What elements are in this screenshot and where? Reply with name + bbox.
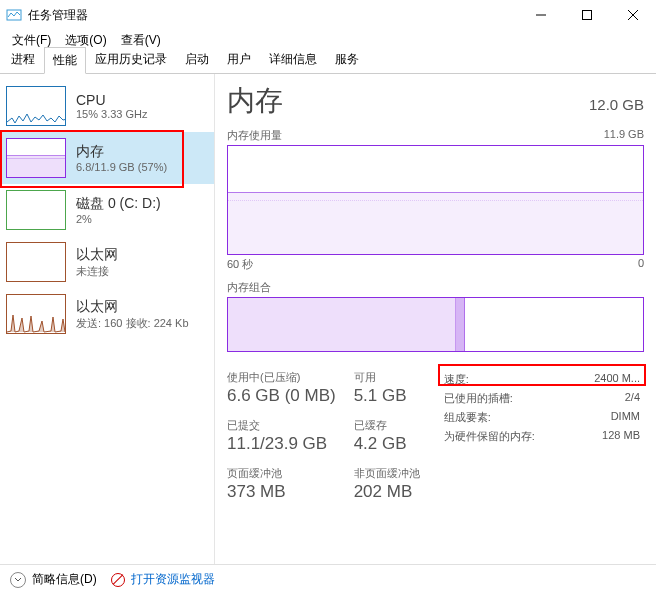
zero-label: 0 bbox=[638, 257, 644, 272]
sidebar-item-ethernet-1[interactable]: 以太网 发送: 160 接收: 224 Kb bbox=[0, 288, 214, 340]
usage-label: 内存使用量 bbox=[227, 128, 282, 143]
tab-services[interactable]: 服务 bbox=[326, 46, 368, 73]
stat-value: 373 MB bbox=[227, 482, 336, 502]
sidebar-item-sub: 15% 3.33 GHz bbox=[76, 108, 148, 120]
memory-usage-chart[interactable] bbox=[227, 145, 644, 255]
sidebar-item-memory[interactable]: 内存 6.8/11.9 GB (57%) bbox=[0, 132, 214, 184]
minimize-button[interactable] bbox=[518, 0, 564, 30]
spec-form-factor: 组成要素: DIMM bbox=[444, 408, 644, 427]
memory-mini-chart bbox=[6, 138, 66, 178]
ethernet-mini-chart bbox=[6, 242, 66, 282]
spec-key: 已使用的插槽: bbox=[444, 391, 544, 406]
sidebar-texts: CPU 15% 3.33 GHz bbox=[76, 92, 148, 120]
spec-speed: 速度: 2400 M... bbox=[444, 370, 644, 389]
stat-key: 使用中(已压缩) bbox=[227, 370, 336, 385]
stats-grid: 使用中(已压缩) 6.6 GB (0 MB) 已提交 11.1/23.9 GB … bbox=[227, 370, 644, 502]
titlebar: 任务管理器 bbox=[0, 0, 656, 30]
ethernet-mini-chart bbox=[6, 294, 66, 334]
spec-key: 为硬件保留的内存: bbox=[444, 429, 544, 444]
sidebar-texts: 以太网 未连接 bbox=[76, 246, 118, 279]
spec-value: 2400 M... bbox=[544, 372, 644, 387]
composition-chart-labels: 内存组合 bbox=[227, 280, 644, 295]
spec-key: 速度: bbox=[444, 372, 544, 387]
stat-key: 已提交 bbox=[227, 418, 336, 433]
detail-header: 内存 12.0 GB bbox=[227, 82, 644, 120]
close-button[interactable] bbox=[610, 0, 656, 30]
sidebar-texts: 内存 6.8/11.9 GB (57%) bbox=[76, 143, 167, 173]
sidebar-texts: 磁盘 0 (C: D:) 2% bbox=[76, 195, 161, 225]
sidebar-item-sub: 未连接 bbox=[76, 264, 118, 279]
app-icon bbox=[6, 7, 22, 23]
resource-monitor-icon bbox=[111, 573, 125, 587]
detail-pane: 内存 12.0 GB 内存使用量 11.9 GB 60 秒 0 内存组合 使用中… bbox=[215, 74, 656, 564]
stat-key: 非页面缓冲池 bbox=[354, 466, 420, 481]
cpu-mini-chart bbox=[6, 86, 66, 126]
time-span: 60 秒 bbox=[227, 257, 253, 272]
footer: 简略信息(D) 打开资源监视器 bbox=[0, 564, 656, 594]
sidebar-item-sub: 2% bbox=[76, 213, 161, 225]
usage-chart-labels: 内存使用量 11.9 GB bbox=[227, 128, 644, 143]
tab-performance[interactable]: 性能 bbox=[44, 47, 86, 74]
spec-slots: 已使用的插槽: 2/4 bbox=[444, 389, 644, 408]
detail-title: 内存 bbox=[227, 82, 283, 120]
sidebar-item-disk-0[interactable]: 磁盘 0 (C: D:) 2% bbox=[0, 184, 214, 236]
spec-key: 组成要素: bbox=[444, 410, 544, 425]
stat-cached: 已缓存 4.2 GB bbox=[354, 418, 420, 454]
main-row: CPU 15% 3.33 GHz 内存 6.8/11.9 GB (57%) 磁盘… bbox=[0, 74, 656, 564]
spec-hardware-reserved: 为硬件保留的内存: 128 MB bbox=[444, 427, 644, 446]
stats-col-2: 可用 5.1 GB 已缓存 4.2 GB 非页面缓冲池 202 MB bbox=[354, 370, 420, 502]
stat-key: 已缓存 bbox=[354, 418, 420, 433]
open-resource-monitor-link[interactable]: 打开资源监视器 bbox=[131, 571, 215, 588]
stat-nonpaged-pool: 非页面缓冲池 202 MB bbox=[354, 466, 420, 502]
window-buttons bbox=[518, 0, 656, 30]
stat-in-use: 使用中(已压缩) 6.6 GB (0 MB) bbox=[227, 370, 336, 406]
collapse-icon[interactable] bbox=[10, 572, 26, 588]
sidebar-item-label: CPU bbox=[76, 92, 148, 108]
svg-rect-2 bbox=[583, 11, 592, 20]
usage-chart-footer: 60 秒 0 bbox=[227, 257, 644, 272]
spec-column: 速度: 2400 M... 已使用的插槽: 2/4 组成要素: DIMM 为硬件… bbox=[444, 370, 644, 502]
disk-mini-chart bbox=[6, 190, 66, 230]
sidebar-item-label: 磁盘 0 (C: D:) bbox=[76, 195, 161, 213]
stats-col-1: 使用中(已压缩) 6.6 GB (0 MB) 已提交 11.1/23.9 GB … bbox=[227, 370, 336, 502]
spec-value: DIMM bbox=[544, 410, 644, 425]
stat-committed: 已提交 11.1/23.9 GB bbox=[227, 418, 336, 454]
sidebar-item-sub: 发送: 160 接收: 224 Kb bbox=[76, 316, 189, 331]
sidebar-item-label: 以太网 bbox=[76, 298, 189, 316]
sidebar-item-label: 内存 bbox=[76, 143, 167, 161]
stat-value: 5.1 GB bbox=[354, 386, 420, 406]
sidebar-item-ethernet-0[interactable]: 以太网 未连接 bbox=[0, 236, 214, 288]
sidebar-item-sub: 6.8/11.9 GB (57%) bbox=[76, 161, 167, 173]
brief-info-link[interactable]: 简略信息(D) bbox=[32, 571, 97, 588]
tab-startup[interactable]: 启动 bbox=[176, 46, 218, 73]
sidebar-texts: 以太网 发送: 160 接收: 224 Kb bbox=[76, 298, 189, 331]
stat-key: 页面缓冲池 bbox=[227, 466, 336, 481]
tab-processes[interactable]: 进程 bbox=[2, 46, 44, 73]
tab-users[interactable]: 用户 bbox=[218, 46, 260, 73]
stat-value: 4.2 GB bbox=[354, 434, 420, 454]
memory-total: 12.0 GB bbox=[589, 96, 644, 113]
memory-composition-chart[interactable] bbox=[227, 297, 644, 352]
usage-max: 11.9 GB bbox=[604, 128, 644, 143]
tab-bar: 进程 性能 应用历史记录 启动 用户 详细信息 服务 bbox=[0, 50, 656, 74]
stat-key: 可用 bbox=[354, 370, 420, 385]
stat-paged-pool: 页面缓冲池 373 MB bbox=[227, 466, 336, 502]
stat-value: 11.1/23.9 GB bbox=[227, 434, 336, 454]
tab-details[interactable]: 详细信息 bbox=[260, 46, 326, 73]
spec-value: 128 MB bbox=[544, 429, 644, 444]
maximize-button[interactable] bbox=[564, 0, 610, 30]
stat-value: 202 MB bbox=[354, 482, 420, 502]
sidebar-item-cpu[interactable]: CPU 15% 3.33 GHz bbox=[0, 80, 214, 132]
stat-value: 6.6 GB (0 MB) bbox=[227, 386, 336, 406]
tab-app-history[interactable]: 应用历史记录 bbox=[86, 46, 176, 73]
sidebar-item-label: 以太网 bbox=[76, 246, 118, 264]
window-title: 任务管理器 bbox=[28, 7, 518, 24]
composition-label: 内存组合 bbox=[227, 280, 271, 295]
sidebar: CPU 15% 3.33 GHz 内存 6.8/11.9 GB (57%) 磁盘… bbox=[0, 74, 215, 564]
stat-available: 可用 5.1 GB bbox=[354, 370, 420, 406]
spec-value: 2/4 bbox=[544, 391, 644, 406]
